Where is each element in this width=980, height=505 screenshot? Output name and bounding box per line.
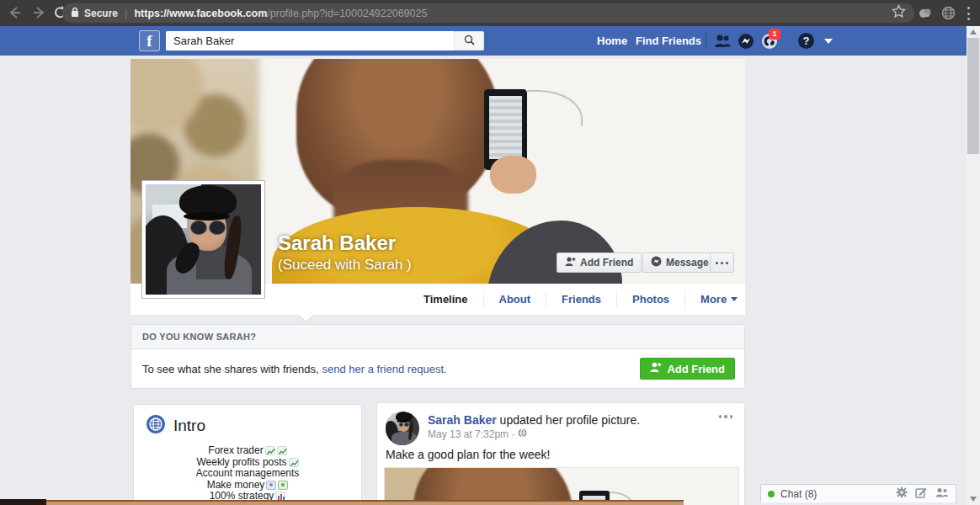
lock-icon [71,6,79,21]
extension-cloud-icon[interactable] [917,5,933,21]
facebook-navbar: f Home Find Friends 1 ? [0,26,967,56]
search-bar [166,31,484,50]
scroll-up-icon[interactable] [970,29,977,35]
avatar-image [386,412,419,445]
post-card: Sarah Baker updated her profile picture.… [376,402,745,505]
intro-item-text: Make money [207,480,265,492]
chat-compose-icon[interactable] [915,486,927,502]
tab-friends-label: Friends [562,291,601,308]
add-friend-label: Add Friend [580,257,633,268]
person-add-icon [565,257,576,269]
chat-label: Chat (8) [780,488,817,500]
tab-photos-label: Photos [632,291,669,308]
intro-list: Forex trader Weekly profits posts Accoun… [134,445,361,505]
tab-friends[interactable]: Friends [546,291,617,308]
add-friend-button[interactable]: Add Friend [557,252,642,273]
tab-timeline-label: Timeline [423,291,468,308]
message-button[interactable]: Message [642,252,717,273]
chat-bar[interactable]: Chat (8) [760,484,956,502]
url-host: https://www.facebook.com [134,8,267,19]
intro-item-text: Weekly profits posts [196,457,286,469]
find-friends-link[interactable]: Find Friends [636,26,701,56]
url-separator: | [125,7,127,19]
background-window-strip [0,499,46,505]
chevron-down-icon [731,297,738,301]
tab-more[interactable]: More [685,291,753,308]
do-you-know-header: DO YOU KNOW SARAH? [131,325,744,349]
tab-timeline[interactable]: Timeline [408,291,484,308]
home-link[interactable]: Home [597,26,627,56]
chart-up-emoji [277,446,287,455]
tab-more-label: More [700,291,727,308]
add-friend-green-button[interactable]: Add Friend [640,358,735,380]
post-header: Sarah Baker updated her profile picture. [428,413,640,427]
intro-item: Weekly profits posts [134,457,361,469]
post-text: Make a good plan for the week! [386,448,550,461]
back-icon[interactable] [7,4,24,21]
messages-icon[interactable] [738,33,755,50]
post-action: updated her profile picture. [497,413,640,427]
banknote-emoji [266,481,276,490]
chart-up-emoji [265,446,275,455]
post-author-link[interactable]: Sarah Baker [428,413,497,427]
chat-settings-gear-icon[interactable] [896,486,908,502]
chrome-menu-icon[interactable] [967,7,971,20]
navbar-divider [706,32,706,50]
profile-picture-image [146,184,261,295]
message-label: Message [666,257,709,268]
post-menu-icon[interactable] [719,415,733,418]
url-bar[interactable]: Secure | https://www.facebook.com /profi… [62,3,914,23]
bookmark-star-icon[interactable] [892,4,906,22]
intro-item: Forex trader [134,445,361,457]
intro-card: Intro Forex trader Weekly profits posts … [133,404,362,505]
privacy-globe-icon [518,428,527,440]
search-input[interactable] [166,31,454,50]
url-path: /profile.php?id=100024922069025 [267,8,427,19]
notification-badge: 1 [769,29,780,40]
screen: Secure | https://www.facebook.com /profi… [0,0,980,505]
tab-photos[interactable]: Photos [617,291,685,308]
profile-subtitle: (Suceed with Sarah ) [278,257,412,274]
chart-up-emoji [289,458,299,467]
banknote-emoji [278,481,288,490]
forward-icon[interactable] [30,4,47,21]
add-friend-green-label: Add Friend [667,363,725,375]
extension-globe-icon[interactable] [940,5,956,21]
intro-globe-icon [146,414,166,438]
post-timestamp-text: May 13 at 7:32pm · [428,428,514,440]
facebook-logo[interactable]: f [139,30,160,51]
intro-item-text: Forex trader [208,445,263,457]
profile-picture[interactable] [141,180,265,299]
account-menu-caret-icon[interactable] [824,39,833,44]
intro-item: Make money [134,480,361,492]
help-icon[interactable]: ? [798,33,814,49]
tab-about[interactable]: About [484,291,547,308]
do-you-know-text: To see what she shares with friends, [142,363,319,375]
person-add-icon [650,362,662,375]
profile-name[interactable]: Sarah Baker [278,231,396,255]
scroll-down-icon[interactable] [970,497,977,502]
post-timestamp[interactable]: May 13 at 7:32pm · [428,428,527,440]
post-author-avatar[interactable] [386,412,419,445]
intro-title: Intro [173,417,205,435]
background-window-strip [46,500,684,505]
page-scrollbar[interactable] [967,26,980,505]
intro-item: Account managements [134,468,361,480]
ellipsis-icon [716,262,728,264]
messenger-icon [651,256,662,269]
browser-chrome: Secure | https://www.facebook.com /profi… [0,0,980,26]
intro-item-text: Account managements [196,468,300,480]
search-button[interactable] [454,31,484,50]
chat-contacts-icon[interactable] [935,486,949,502]
more-actions-button[interactable] [710,252,734,273]
scrollbar-thumb[interactable] [967,38,979,154]
friend-requests-icon[interactable] [713,33,731,50]
search-icon [464,34,475,49]
tab-about-label: About [499,291,531,308]
do-you-know-card: DO YOU KNOW SARAH? To see what she share… [130,324,745,389]
secure-label: Secure [84,8,118,19]
online-status-dot [768,491,775,497]
friend-request-link[interactable]: send her a friend request. [322,363,447,375]
